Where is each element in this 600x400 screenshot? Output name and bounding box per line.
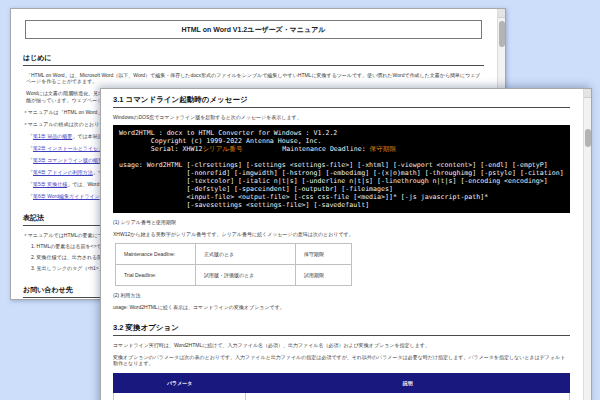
parameter-header-row: パラメータ説明 bbox=[114, 373, 570, 392]
front-page-scrollbar[interactable] bbox=[583, 89, 591, 400]
front-page-content: 3.1 コマンドライン起動時のメッセージ WindowsのDOS窓でコマンドライ… bbox=[101, 89, 582, 400]
chapter-link[interactable]: 第5章 変換仕様 bbox=[33, 181, 67, 187]
subheading-serial: (1) シリアル番号と使用期限 bbox=[113, 219, 570, 226]
deadline-table: Maintenance Deadline: 正式版のとき 保守期限 Trial … bbox=[115, 243, 352, 286]
parameter-row: <input-file> （必須）入力ファイル名を指定します。 bbox=[114, 392, 570, 400]
parameter-table-head: パラメータ説明 bbox=[114, 373, 570, 392]
parameter-table-body: <input-file> （必須）入力ファイル名を指定します。 bbox=[114, 392, 570, 400]
manual-title: HTML on Word V1.2ユーザーズ・マニュアル bbox=[25, 20, 482, 39]
chapter-link[interactable]: 第6章 Word編集ガイドライン bbox=[33, 193, 100, 199]
parameter-table: パラメータ説明 <input-file> （必須）入力ファイル名を指定します。 bbox=[113, 373, 570, 400]
paragraph-3-2a: コマンドライン実行時は、Word2HTMLに続けて、入力ファイル名（必須）、出力… bbox=[113, 342, 570, 349]
deadline-condition-cell: 試用版・評価版のとき bbox=[196, 265, 296, 286]
deadline-table-row: Maintenance Deadline: 正式版のとき 保守期限 bbox=[116, 244, 352, 265]
back-scrollbar-thumb[interactable] bbox=[499, 21, 505, 47]
deadline-condition-cell: 正式版のとき bbox=[196, 244, 296, 265]
deadline-meaning-cell: 試用期限 bbox=[296, 265, 352, 286]
subheading-usage: (2) 利用方法 bbox=[113, 292, 570, 299]
desktop-background: HTML on Word V1.2ユーザーズ・マニュアル はじめに 「HTML … bbox=[0, 0, 600, 400]
parameter-header-cell: 説明 bbox=[246, 373, 570, 392]
deadline-label-cell: Trial Deadline: bbox=[116, 265, 196, 286]
deadline-label-cell: Maintenance Deadline: bbox=[116, 244, 196, 265]
deadline-table-row: Trial Deadline: 試用版・評価版のとき 試用期限 bbox=[116, 265, 352, 286]
deadline-table-body: Maintenance Deadline: 正式版のとき 保守期限 Trial … bbox=[116, 244, 352, 286]
chapter-link[interactable]: 第4章 アドインの利用方法 bbox=[33, 169, 93, 175]
chapter-link[interactable]: 第1章 製品の概要 bbox=[33, 133, 72, 139]
heading-introduction: はじめに bbox=[23, 53, 484, 66]
heading-3-1: 3.1 コマンドライン起動時のメッセージ bbox=[113, 95, 570, 108]
intro-paragraph-1: 「HTML on Word」は、Microsoft Word（以下、Word）で… bbox=[26, 72, 484, 85]
scroll-up-icon[interactable] bbox=[584, 89, 591, 98]
heading-3-2: 3.2 変換オプション bbox=[113, 323, 570, 336]
parameter-name-cell: <input-file> bbox=[114, 392, 246, 400]
front-scrollbar-thumb[interactable] bbox=[585, 129, 591, 147]
manual-section-page: 3.1 コマンドライン起動時のメッセージ WindowsのDOS窓でコマンドライ… bbox=[100, 88, 592, 400]
parameter-description-cell: （必須）入力ファイル名を指定します。 bbox=[246, 392, 570, 400]
paragraph-3-1: WindowsのDOS窓でコマンドライン版を起動すると次のメッセージを表示します… bbox=[113, 114, 570, 121]
parameter-header-cell: パラメータ bbox=[114, 373, 246, 392]
paragraph-3-2b: 変換オプションのパラメータは次の表のとおりです。入力ファイルと出力ファイルの指定… bbox=[113, 354, 570, 367]
deadline-meaning-cell: 保守期限 bbox=[296, 244, 352, 265]
usage-description: usage: Word2HTMLに続く表示は、コマンドラインの変換オプションです… bbox=[113, 304, 570, 311]
scroll-up-icon[interactable] bbox=[498, 9, 505, 18]
terminal-output: Word2HTML : docx to HTML Converter for W… bbox=[113, 125, 570, 213]
serial-description: XHW12から始まる英数字がシリアル番号です。シリアル番号に続くメッセージの意味… bbox=[113, 231, 570, 238]
